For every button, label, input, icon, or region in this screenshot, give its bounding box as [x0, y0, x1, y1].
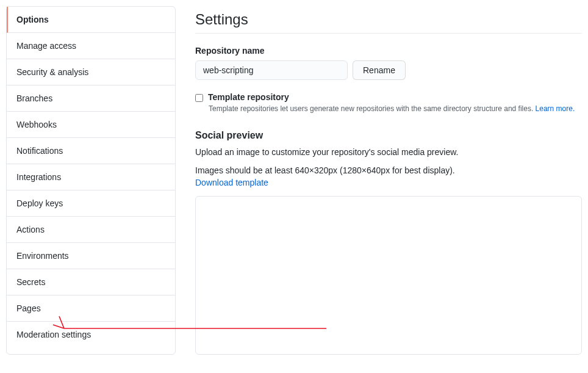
social-preview-text-1: Upload an image to customize your reposi…	[195, 147, 582, 157]
sidebar-item-webhooks[interactable]: Webhooks	[7, 112, 175, 138]
sidebar-item-label: Deploy keys	[16, 198, 63, 208]
repo-name-input[interactable]	[195, 60, 348, 80]
template-repo-checkbox[interactable]	[195, 94, 203, 102]
sidebar-item-label: Manage access	[16, 41, 76, 51]
sidebar-item-label: Secrets	[16, 277, 45, 287]
sidebar-item-label: Options	[16, 15, 49, 24]
sidebar-item-pages[interactable]: Pages	[7, 295, 175, 322]
download-template-link[interactable]: Download template	[195, 178, 268, 187]
sidebar-item-label: Integrations	[16, 172, 61, 182]
settings-main: Settings Repository name Rename Template…	[176, 6, 582, 355]
learn-more-link[interactable]: Learn more.	[536, 104, 575, 113]
sidebar-item-moderation-settings[interactable]: Moderation settings	[7, 322, 175, 347]
template-repo-help: Template repositories let users generate…	[209, 104, 582, 113]
sidebar-item-label: Notifications	[16, 146, 63, 156]
sidebar-item-label: Moderation settings	[16, 330, 91, 339]
sidebar-item-integrations[interactable]: Integrations	[7, 164, 175, 190]
sidebar-item-options[interactable]: Options	[7, 7, 175, 33]
sidebar-item-label: Webhooks	[16, 120, 57, 129]
sidebar-item-label: Security & analysis	[16, 67, 88, 77]
social-preview-heading: Social preview	[195, 130, 582, 141]
sidebar-item-label: Pages	[16, 303, 41, 313]
sidebar-item-actions[interactable]: Actions	[7, 217, 175, 243]
sidebar-item-label: Environments	[16, 251, 69, 261]
sidebar-item-environments[interactable]: Environments	[7, 243, 175, 269]
social-preview-upload-box[interactable]	[195, 196, 582, 355]
social-preview-text-2: Images should be at least 640×320px (128…	[195, 165, 582, 175]
template-repo-label: Template repository	[208, 92, 289, 102]
settings-sidebar: Options Manage access Security & analysi…	[6, 6, 176, 355]
sidebar-item-deploy-keys[interactable]: Deploy keys	[7, 190, 175, 217]
sidebar-item-security-analysis[interactable]: Security & analysis	[7, 59, 175, 85]
sidebar-item-label: Branches	[16, 93, 52, 103]
page-title: Settings	[195, 11, 582, 34]
rename-button[interactable]: Rename	[353, 60, 406, 80]
sidebar-item-manage-access[interactable]: Manage access	[7, 33, 175, 59]
sidebar-item-secrets[interactable]: Secrets	[7, 269, 175, 295]
sidebar-item-branches[interactable]: Branches	[7, 85, 175, 112]
sidebar-item-notifications[interactable]: Notifications	[7, 138, 175, 164]
sidebar-item-label: Actions	[16, 225, 45, 234]
repo-name-label: Repository name	[195, 46, 582, 56]
